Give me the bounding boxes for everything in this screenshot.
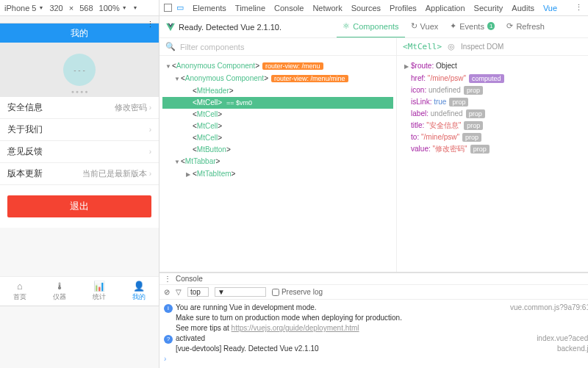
tab-components[interactable]: ⚛Components: [337, 16, 404, 38]
tree-node[interactable]: ▶<MtTabItem>: [162, 168, 393, 181]
prop-row: label: undefinedprop: [404, 108, 588, 120]
devtools-tab[interactable]: Security: [474, 4, 503, 12]
tree-node[interactable]: <MtCell>: [162, 120, 393, 132]
tab-events[interactable]: ✦Events1: [444, 16, 501, 38]
inspect-element-icon[interactable]: [164, 4, 172, 12]
eye-icon[interactable]: ◎: [448, 42, 455, 51]
device-select[interactable]: iPhone 5▼: [4, 4, 43, 12]
clear-console-icon[interactable]: ⊘: [164, 288, 170, 296]
vue-panel-header: Ready. Detected Vue 2.1.10. ⚛Components …: [159, 16, 588, 38]
inspector-pane: <MtCell> ◎ Inspect DOM ▶$route: Object h…: [397, 38, 588, 272]
devtools-tab[interactable]: Console: [274, 4, 304, 12]
tab-icon: 👤: [133, 281, 145, 292]
tab-bar: ⌂首页🌡仪器📊统计👤我的: [0, 276, 159, 306]
tab-refresh[interactable]: ⟳Refresh: [501, 16, 551, 38]
filter-icon[interactable]: ▽: [176, 288, 182, 296]
source-link[interactable]: index.vue?aced:34: [537, 333, 588, 344]
search-icon: 🔍: [165, 42, 176, 51]
source-link[interactable]: backend.js:1: [557, 344, 588, 354]
chevron-right-icon: ›: [149, 104, 151, 112]
emulator-stage: ⋮ 我的 - - - ● ● ● ● 安全信息修改密码 ›关于我们 ›意见反馈 …: [0, 16, 159, 368]
filter-input[interactable]: Filter components: [180, 43, 244, 51]
avatar[interactable]: - - -: [63, 54, 96, 86]
tree-node[interactable]: ▼<Anonymous Component>router-view: /menu…: [162, 73, 393, 85]
tabbar-item[interactable]: ⌂首页: [0, 277, 40, 306]
devtools-tab[interactable]: Sources: [351, 4, 381, 12]
console-drawer: ⋮ Console ✕ ⊘ ▽ top ▼ Preserve log iYou …: [159, 273, 588, 368]
zoom-select[interactable]: 100%▼: [99, 4, 127, 12]
list-cell[interactable]: 版本更新当前已是最新版本 ›: [0, 163, 159, 185]
info-icon: ?: [164, 335, 173, 344]
tab-icon: ⌂: [17, 281, 23, 292]
tab-icon: 📊: [93, 281, 105, 292]
device-height[interactable]: 568: [79, 4, 93, 12]
console-line: See more tips at: [176, 324, 232, 332]
info-icon: i: [164, 304, 173, 313]
devtools-tab[interactable]: Application: [426, 4, 465, 12]
app-header: 我的: [0, 24, 159, 43]
source-link[interactable]: vue.common.js?9a79:6183: [510, 303, 588, 313]
devtools-tab[interactable]: Audits: [512, 4, 534, 12]
chevron-right-icon: ›: [149, 126, 151, 134]
tree-node-selected[interactable]: <MtCell>== $vm0: [162, 97, 393, 109]
prop-row: isLink: trueprop: [404, 96, 588, 108]
chevron-right-icon: ›: [149, 148, 151, 156]
devtools-tab[interactable]: Vue: [543, 4, 557, 12]
tree-node[interactable]: <MtHeader>: [162, 85, 393, 97]
ready-text: Ready. Detected Vue 2.1.10.: [179, 23, 282, 32]
tabbar-item[interactable]: 📊统计: [79, 277, 119, 306]
link[interactable]: https://vuejs.org/guide/deployment.html: [232, 324, 359, 332]
filter-select[interactable]: ▼: [215, 287, 266, 297]
logout-button[interactable]: 退出: [7, 195, 151, 217]
list-cell[interactable]: 安全信息修改密码 ›: [0, 97, 159, 119]
orientation-select[interactable]: ▼: [133, 5, 138, 10]
devtools-tab[interactable]: Elements: [193, 4, 226, 12]
device-width[interactable]: 320: [49, 4, 62, 12]
device-toolbar: iPhone 5▼ 320 × 568 100%▼ ▼: [0, 0, 159, 16]
prop-row: icon: undefinedprop: [404, 84, 588, 96]
tabbar-item[interactable]: 🌡仪器: [40, 277, 79, 306]
prop-row: to: "/mine/psw"prop: [404, 131, 588, 143]
inspect-dom-button[interactable]: Inspect DOM: [461, 43, 503, 51]
prop-row: title: "安全信息"prop: [404, 120, 588, 131]
context-select[interactable]: top: [187, 287, 209, 297]
tree-node[interactable]: ▼<Anonymous Component>router-view: /menu: [162, 60, 393, 73]
phone-frame: 我的 - - - ● ● ● ● 安全信息修改密码 ›关于我们 ›意见反馈 ›版…: [0, 24, 159, 306]
console-line: You are running Vue in development mode.: [176, 303, 317, 311]
preserve-log-checkbox[interactable]: Preserve log: [272, 288, 323, 296]
dim-sep: ×: [69, 4, 74, 12]
tab-icon: 🌡: [55, 281, 65, 292]
tree-node[interactable]: <MtButton>: [162, 144, 393, 156]
list-cell[interactable]: 意见反馈 ›: [0, 141, 159, 163]
device-mode-icon[interactable]: ▭: [176, 3, 184, 12]
prop-row: href: "/mine/psw"computed: [404, 73, 588, 84]
console-line: [vue-devtools] Ready. Detected Vue v2.1.…: [164, 344, 319, 354]
inspector-selected: <MtCell>: [403, 42, 442, 51]
component-tree-pane: 🔍 Filter components ▼<Anonymous Componen…: [159, 38, 397, 272]
page-dots: ● ● ● ●: [71, 89, 88, 94]
console-drawer-title: Console: [176, 275, 203, 283]
devtools-tabstrip: ▭ ElementsTimelineConsoleNetworkSourcesP…: [159, 0, 588, 16]
tree-node[interactable]: ▼<MtTabbar>: [162, 156, 393, 168]
more-icon[interactable]: ⋮: [164, 275, 171, 283]
profile-area: - - - ● ● ● ●: [0, 43, 159, 97]
devtools-tab[interactable]: Network: [312, 4, 342, 12]
tabbar-item[interactable]: 👤我的: [119, 277, 159, 306]
tree-node[interactable]: <MtCell>: [162, 132, 393, 144]
vue-logo-icon: [165, 22, 176, 32]
console-line: Make sure to turn on production mode whe…: [164, 313, 588, 323]
tab-vuex[interactable]: ↻Vuex: [405, 16, 445, 38]
devtools-tab[interactable]: Profiles: [390, 4, 417, 12]
console-prompt[interactable]: ›: [164, 355, 166, 363]
devtools-tab[interactable]: Timeline: [235, 4, 265, 12]
tree-node[interactable]: <MtCell>: [162, 109, 393, 120]
chevron-right-icon: ›: [149, 170, 151, 178]
prop-row: ▶$route: Object: [404, 60, 588, 73]
prop-row: value: "修改密码"prop: [404, 143, 588, 155]
more-icon[interactable]: ⋮: [146, 20, 154, 29]
list-cell[interactable]: 关于我们 ›: [0, 119, 159, 141]
console-line: activated: [176, 334, 205, 342]
more-icon[interactable]: ⋮: [575, 3, 583, 12]
